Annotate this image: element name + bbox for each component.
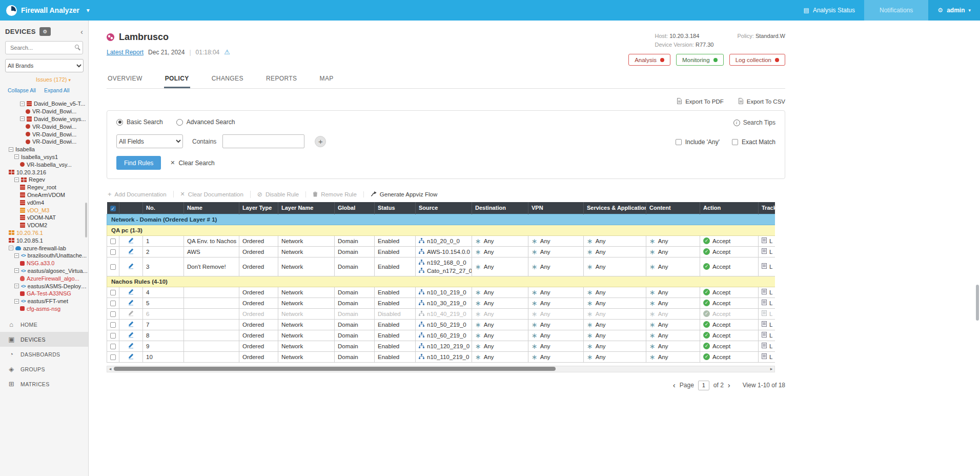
row-checkbox[interactable]: [110, 239, 116, 244]
rule-row[interactable]: 10OrderedNetworkDomainEnabledn10_110_219…: [107, 351, 775, 362]
clear-search-button[interactable]: ✕ Clear Search: [170, 160, 214, 167]
radio-icon[interactable]: [176, 119, 183, 126]
tree-item[interactable]: 10.20.3.216: [0, 168, 88, 176]
tree-item[interactable]: VR-David_Bowi...: [0, 108, 88, 115]
tree-item[interactable]: Regev_root: [0, 184, 88, 191]
next-page-icon[interactable]: ›: [728, 382, 730, 388]
tree-item[interactable]: −Regev: [0, 176, 88, 184]
app-brand[interactable]: Firewall Analyzer ▾: [0, 5, 90, 16]
tab-map[interactable]: MAP: [319, 73, 335, 88]
scrollbar-thumb[interactable]: [114, 367, 556, 371]
collapse-toggle-icon[interactable]: −: [14, 154, 19, 159]
tree-item[interactable]: VR-David_Bowi...: [0, 123, 88, 130]
column-header[interactable]: Content: [646, 202, 700, 214]
horizontal-scrollbar[interactable]: ◂ ▸: [107, 366, 775, 372]
analysis-status-button[interactable]: ▤ Analysis Status: [794, 0, 864, 21]
scroll-right-icon[interactable]: ▸: [768, 366, 774, 372]
tree-item[interactable]: NSG.a33.0: [0, 260, 88, 267]
rule-row[interactable]: 2AWSOrderedNetworkDomainEnabledAWS-10.15…: [107, 246, 775, 257]
sidebar-item-home[interactable]: ⌂HOME: [0, 317, 88, 332]
field-select[interactable]: All Fields: [116, 134, 183, 148]
column-header[interactable]: Track: [759, 202, 775, 214]
tree-item[interactable]: −Isabella: [0, 146, 88, 153]
column-header[interactable]: Layer Type: [239, 202, 278, 214]
tree-item[interactable]: vDOM-NAT: [0, 214, 88, 222]
tree-item[interactable]: VR-David_Bowi...: [0, 130, 88, 138]
row-checkbox[interactable]: [110, 311, 116, 317]
edit-rule-button[interactable]: [119, 235, 143, 246]
tree-scrollbar[interactable]: [85, 203, 87, 237]
prev-page-icon[interactable]: ‹: [673, 382, 676, 388]
sidebar-item-devices[interactable]: ▣DEVICES: [0, 332, 88, 347]
checkbox-icon[interactable]: [676, 139, 682, 145]
collapse-toggle-icon[interactable]: −: [20, 102, 25, 106]
collapse-toggle-icon[interactable]: −: [9, 147, 13, 152]
row-checkbox[interactable]: [110, 354, 116, 360]
search-icon[interactable]: [75, 45, 79, 49]
tab-overview[interactable]: OVERVIEW: [107, 73, 144, 88]
remove-rule-button[interactable]: Remove Rule: [305, 191, 363, 197]
collapse-all-link[interactable]: Collapse All: [8, 87, 36, 93]
edit-rule-button[interactable]: [119, 351, 143, 362]
row-checkbox[interactable]: [110, 249, 116, 255]
sidebar-collapse-icon[interactable]: ‹: [80, 29, 83, 34]
tab-changes[interactable]: CHANGES: [211, 73, 244, 88]
rule-row[interactable]: 6OrderedNetworkDomainDisabledn10_40_219_…: [107, 308, 775, 319]
tree-item[interactable]: −David_Bowie_vsys...: [0, 115, 88, 123]
column-header[interactable]: Status: [375, 202, 416, 214]
source-object[interactable]: n10_10_219_0: [427, 289, 466, 295]
row-checkbox[interactable]: [110, 301, 116, 306]
row-checkbox[interactable]: [110, 344, 116, 349]
brand-filter-select[interactable]: All Brands: [5, 59, 84, 72]
source-object[interactable]: n10_20_0_0: [427, 238, 460, 244]
tree-item[interactable]: AzureFirewall_algo...: [0, 274, 88, 282]
tree-item[interactable]: −<>brazilsouth/Unattache...: [0, 252, 88, 260]
device-search-input[interactable]: [5, 41, 83, 54]
row-checkbox[interactable]: [110, 290, 116, 295]
rule-section-row[interactable]: QA pc (1-3): [107, 225, 775, 235]
tab-policy[interactable]: POLICY: [164, 73, 190, 88]
expand-all-link[interactable]: Expand All: [44, 87, 70, 93]
tree-item[interactable]: −azure-firewall-lab: [0, 244, 88, 252]
add-criteria-button[interactable]: +: [315, 136, 326, 147]
rule-row[interactable]: 7OrderedNetworkDomainEnabledn10_50_219_0…: [107, 319, 775, 330]
search-query-input[interactable]: [222, 134, 304, 148]
latest-report-link[interactable]: Latest Report: [107, 49, 144, 56]
tree-item[interactable]: cfg-asms-nsg: [0, 305, 88, 313]
tree-item[interactable]: −<>eastus/ASMS-Deploym...: [0, 282, 88, 290]
source-object[interactable]: n10_40_219_0: [427, 311, 466, 317]
rule-row[interactable]: 9OrderedNetworkDomainEnabledn10_120_219_…: [107, 341, 775, 351]
basic-search-radio[interactable]: Basic Search: [116, 118, 163, 126]
source-object[interactable]: n10_60_219_0: [427, 332, 466, 339]
export-to-pdf-link[interactable]: Export To PDF: [677, 98, 724, 105]
advanced-search-radio[interactable]: Advanced Search: [176, 118, 235, 126]
tree-item[interactable]: VR-David_Bowi...: [0, 138, 88, 146]
edit-rule-button[interactable]: [119, 341, 143, 351]
tree-item[interactable]: VDOM2: [0, 222, 88, 229]
collapse-toggle-icon[interactable]: −: [9, 246, 13, 250]
column-header[interactable]: No.: [143, 202, 184, 214]
source-object[interactable]: n192_168_0_0: [427, 260, 466, 266]
checkbox-icon[interactable]: [732, 139, 738, 145]
column-header[interactable]: Global: [335, 202, 375, 214]
layer-group-row[interactable]: Network - Domain (Ordered Layer # 1): [107, 214, 775, 225]
tree-item[interactable]: −David_Bowie_v5-T...: [0, 100, 88, 108]
edit-rule-button[interactable]: [119, 308, 143, 319]
issues-filter[interactable]: Issues (172) ▾: [0, 72, 88, 84]
tab-reports[interactable]: REPORTS: [265, 73, 298, 88]
collapse-toggle-icon[interactable]: −: [20, 116, 25, 121]
source-object[interactable]: AWS-10.154.0.0: [427, 249, 470, 255]
tree-item[interactable]: 10.20.85.1: [0, 236, 88, 244]
row-checkbox[interactable]: [110, 322, 116, 328]
collapse-toggle-icon[interactable]: −: [14, 284, 19, 288]
collapse-toggle-icon[interactable]: −: [14, 268, 19, 273]
tree-item[interactable]: GA-Test-A33NSG: [0, 290, 88, 298]
column-header[interactable]: Action: [700, 202, 759, 214]
column-header[interactable]: Name: [184, 202, 239, 214]
scroll-left-icon[interactable]: ◂: [107, 366, 113, 372]
radio-icon[interactable]: [116, 119, 123, 126]
row-checkbox[interactable]: [110, 264, 116, 270]
disable-rule-button[interactable]: ⊘Disable Rule: [250, 191, 305, 198]
source-object[interactable]: n10_120_219_0: [427, 343, 469, 349]
rule-row[interactable]: 4OrderedNetworkDomainEnabledn10_10_219_0…: [107, 287, 775, 298]
